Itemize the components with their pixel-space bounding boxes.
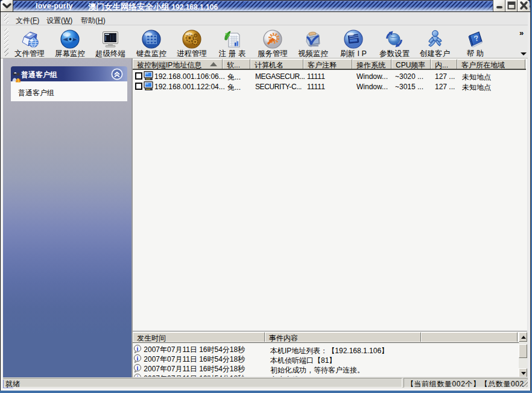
- svg-text:i: i: [137, 355, 139, 362]
- svg-text:i: i: [137, 374, 139, 377]
- svg-text:i: i: [137, 345, 139, 352]
- svg-text:i: i: [137, 365, 139, 371]
